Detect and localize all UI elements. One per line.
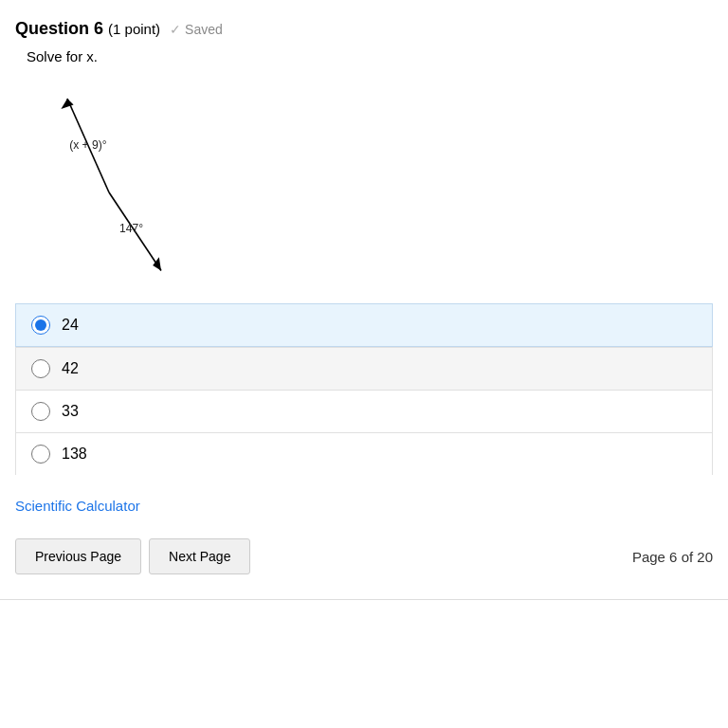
next-page-button[interactable]: Next Page xyxy=(149,538,250,574)
bottom-nav: Previous Page Next Page Page 6 of 20 xyxy=(0,538,728,590)
answer-options: 24 42 33 138 xyxy=(15,303,713,475)
svg-text:147°: 147° xyxy=(119,222,143,235)
question-number: Question 6 xyxy=(15,19,103,38)
saved-checkmark-icon: ✓ xyxy=(170,22,181,37)
saved-text: Saved xyxy=(185,22,223,37)
question-header: Question 6 (1 point) ✓ Saved xyxy=(15,19,713,39)
option-label-33[interactable]: 33 xyxy=(62,403,79,420)
option-row-24[interactable]: 24 xyxy=(15,303,713,347)
saved-indicator: ✓ Saved xyxy=(170,22,223,37)
radio-24[interactable] xyxy=(31,316,50,335)
previous-page-button[interactable]: Previous Page xyxy=(15,538,141,574)
option-label-42[interactable]: 42 xyxy=(62,360,79,377)
radio-138[interactable] xyxy=(31,445,50,464)
main-content: Question 6 (1 point) ✓ Saved Solve for x… xyxy=(0,0,728,538)
radio-33[interactable] xyxy=(31,402,50,421)
option-label-138[interactable]: 138 xyxy=(62,446,87,463)
angle-diagram: (x + 9)° 147° xyxy=(34,78,205,286)
radio-42[interactable] xyxy=(31,359,50,378)
question-points: (1 point) xyxy=(108,21,160,37)
svg-text:(x + 9)°: (x + 9)° xyxy=(69,138,107,152)
page-indicator: Page 6 of 20 xyxy=(632,549,713,565)
scientific-calculator-link[interactable]: Scientific Calculator xyxy=(15,498,140,514)
question-prompt: Solve for x. xyxy=(27,48,713,64)
question-title: Question 6 (1 point) xyxy=(15,19,160,39)
option-row-138[interactable]: 138 xyxy=(15,433,713,475)
option-label-24[interactable]: 24 xyxy=(62,317,79,334)
bottom-divider xyxy=(0,599,728,600)
option-row-33[interactable]: 33 xyxy=(15,391,713,433)
option-row-42[interactable]: 42 xyxy=(15,347,713,391)
